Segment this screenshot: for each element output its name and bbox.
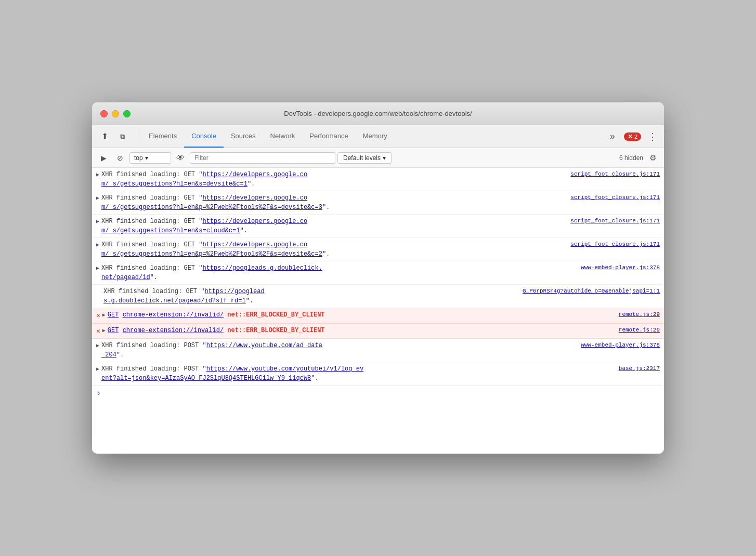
block-button[interactable]: ⊘ bbox=[113, 151, 127, 165]
toggle-arrow[interactable]: ▶ bbox=[96, 365, 99, 373]
tab-divider bbox=[138, 129, 138, 143]
log-entry: ▶ XHR finished loading: GET "https://dev… bbox=[92, 238, 664, 261]
log-entry: ▶ XHR finished loading: GET "https://dev… bbox=[92, 168, 664, 191]
tabs-bar: ⬆ ⧉ Elements Console Sources Network Per… bbox=[92, 125, 664, 148]
layers-icon: ⧉ bbox=[120, 133, 125, 141]
tab-elements[interactable]: Elements bbox=[141, 125, 184, 148]
devtools-window: DevTools - developers.google.com/web/too… bbox=[92, 102, 664, 454]
console-prompt[interactable]: › bbox=[92, 386, 664, 401]
toggle-arrow[interactable]: ▶ bbox=[96, 171, 99, 179]
toggle-arrow[interactable]: ▶ bbox=[102, 327, 106, 335]
window-title: DevTools - developers.google.com/web/too… bbox=[284, 110, 472, 117]
log-entry: ▶ XHR finished loading: POST "https://ww… bbox=[92, 339, 664, 362]
run-script-button[interactable]: ▶ bbox=[96, 151, 111, 165]
run-icon: ▶ bbox=[101, 154, 107, 162]
log-entry-error: ✕ ▶ GET chrome-extension://invalid/ net:… bbox=[92, 324, 664, 339]
get-method-link[interactable]: GET bbox=[108, 311, 119, 319]
log-entry: ▶ XHR finished loading: POST "https://ww… bbox=[92, 362, 664, 386]
error-icon: ✕ bbox=[628, 133, 633, 140]
layers-icon-button[interactable]: ⧉ bbox=[114, 128, 131, 145]
traffic-lights bbox=[100, 110, 131, 117]
tab-network[interactable]: Network bbox=[263, 125, 303, 148]
toggle-arrow[interactable]: ▶ bbox=[96, 241, 99, 249]
close-button[interactable] bbox=[100, 110, 108, 117]
minimize-button[interactable] bbox=[112, 110, 119, 117]
source-link[interactable]: remote.js:29 bbox=[619, 326, 660, 335]
toolbar-icons: ⬆ ⧉ bbox=[96, 125, 131, 148]
filter-container bbox=[190, 152, 335, 164]
console-output: ▶ XHR finished loading: GET "https://dev… bbox=[92, 168, 664, 454]
source-link[interactable]: script_foot_closure.js:171 bbox=[570, 217, 660, 226]
source-link[interactable]: www-embed-player.js:378 bbox=[581, 341, 660, 350]
tab-memory[interactable]: Memory bbox=[356, 125, 395, 148]
maximize-button[interactable] bbox=[123, 110, 131, 117]
console-settings-button[interactable]: ⚙ bbox=[645, 151, 660, 165]
source-link[interactable]: script_foot_closure.js:171 bbox=[570, 170, 660, 179]
source-link[interactable]: G_P6rpRSr4g?autohide…o=0&enablejsapi=1:1 bbox=[523, 287, 660, 296]
xhr-url-link[interactable]: https://www.youtube.com/ad_data_204 bbox=[101, 342, 322, 359]
eye-button[interactable]: 👁 bbox=[173, 151, 188, 165]
log-entry: ▶ XHR finished loading: GET "https://dev… bbox=[92, 215, 664, 238]
levels-dropdown[interactable]: Default levels ▾ bbox=[337, 152, 392, 164]
filter-input[interactable] bbox=[194, 154, 331, 162]
xhr-url-link[interactable]: https://www.youtube.com/youtubei/v1/log_… bbox=[101, 365, 363, 382]
log-entry: ▶ XHR finished loading: GET "https://goo… bbox=[92, 261, 664, 285]
tab-sources[interactable]: Sources bbox=[224, 125, 263, 148]
kebab-menu-button[interactable]: ⋮ bbox=[645, 129, 660, 144]
tab-console[interactable]: Console bbox=[184, 125, 224, 148]
log-entry: ▶ XHR finished loading: GET "https://dev… bbox=[92, 191, 664, 215]
settings-icon: ⚙ bbox=[649, 153, 656, 163]
toggle-arrow[interactable]: ▶ bbox=[96, 194, 99, 202]
toggle-arrow[interactable]: ▶ bbox=[96, 342, 99, 350]
title-bar: DevTools - developers.google.com/web/too… bbox=[92, 102, 664, 125]
error-circle-icon: ✕ bbox=[96, 311, 100, 321]
block-icon: ⊘ bbox=[117, 154, 123, 162]
levels-label: Default levels bbox=[343, 154, 381, 162]
xhr-url-link[interactable]: https://developers.google.com/_s/getsugg… bbox=[101, 194, 322, 211]
error-url-link[interactable]: chrome-extension://invalid/ bbox=[123, 327, 224, 334]
tab-performance[interactable]: Performance bbox=[302, 125, 355, 148]
cursor-icon-button[interactable]: ⬆ bbox=[96, 128, 113, 145]
source-link[interactable]: remote.js:29 bbox=[619, 310, 660, 319]
toggle-arrow[interactable]: ▶ bbox=[96, 218, 99, 226]
console-toolbar: ▶ ⊘ top ▾ 👁 Default levels ▾ 6 hidden ⚙ bbox=[92, 148, 664, 168]
levels-arrow: ▾ bbox=[383, 154, 386, 162]
error-circle-icon: ✕ bbox=[96, 326, 100, 337]
source-link[interactable]: www-embed-player.js:378 bbox=[581, 263, 660, 272]
xhr-url-link[interactable]: https://developers.google.com/_s/getsugg… bbox=[101, 218, 307, 234]
source-link[interactable]: script_foot_closure.js:171 bbox=[570, 193, 660, 202]
source-link[interactable]: base.js:2317 bbox=[619, 364, 660, 373]
hidden-count: 6 hidden bbox=[619, 154, 643, 162]
toggle-arrow[interactable]: ▶ bbox=[96, 264, 99, 272]
log-entry: XHR finished loading: GET "https://googl… bbox=[92, 285, 664, 308]
cursor-icon: ⬆ bbox=[101, 131, 108, 141]
xhr-url-link[interactable]: https://googleads.g.doubleclick.net/page… bbox=[101, 264, 322, 281]
eye-icon: 👁 bbox=[176, 153, 185, 163]
tabs-right: » ✕ 2 ⋮ bbox=[605, 125, 660, 148]
xhr-url-link[interactable]: https://googleads.g.doubleclick.net/page… bbox=[103, 288, 265, 305]
context-selector[interactable]: top ▾ bbox=[129, 152, 171, 164]
error-count: 2 bbox=[634, 134, 637, 140]
prompt-chevron: › bbox=[96, 389, 101, 398]
log-entry-error: ✕ ▶ GET chrome-extension://invalid/ net:… bbox=[92, 308, 664, 324]
toggle-arrow[interactable]: ▶ bbox=[102, 311, 106, 319]
get-method-link[interactable]: GET bbox=[108, 327, 119, 334]
error-url-link[interactable]: chrome-extension://invalid/ bbox=[123, 311, 224, 319]
xhr-url-link[interactable]: https://developers.google.com/_s/getsugg… bbox=[101, 241, 322, 258]
xhr-url-link[interactable]: https://developers.google.com/_s/getsugg… bbox=[101, 171, 307, 188]
context-value: top bbox=[134, 154, 143, 162]
source-link[interactable]: script_foot_closure.js:171 bbox=[570, 240, 660, 249]
error-badge: ✕ 2 bbox=[624, 133, 641, 141]
more-tabs-button[interactable]: » bbox=[605, 129, 620, 144]
context-arrow: ▾ bbox=[145, 154, 148, 162]
